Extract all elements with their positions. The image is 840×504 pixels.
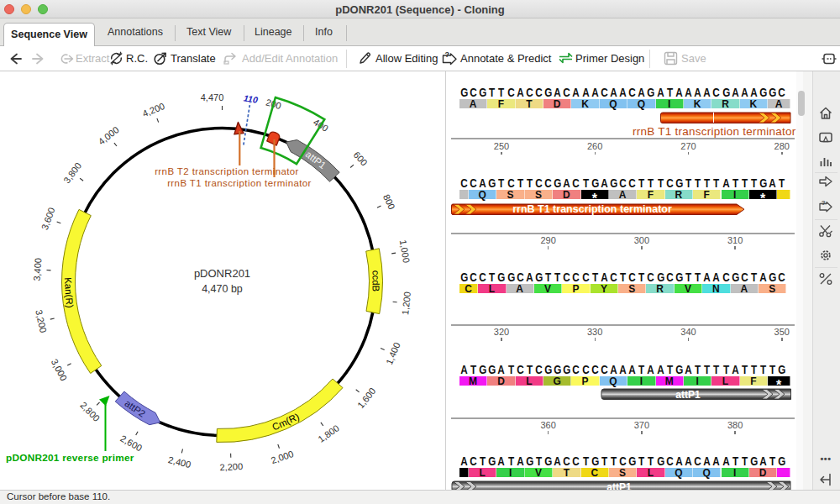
svg-text:3,000: 3,000 [50,357,70,382]
svg-text:1,600: 1,600 [355,386,378,410]
svg-text:3,600: 3,600 [39,206,57,231]
svg-text:1,000: 1,000 [398,239,412,264]
svg-text:3,800: 3,800 [61,160,83,185]
svg-text:?: ? [822,199,826,207]
svg-text:Kan(R): Kan(R) [63,277,76,308]
svg-text:1,400: 1,400 [384,341,402,366]
svg-text:pDONR201 reverse primer: pDONR201 reverse primer [6,452,134,464]
svg-text:2,600: 2,600 [118,433,144,454]
svg-text:3,200: 3,200 [34,309,49,333]
svg-text:3,400: 3,400 [32,258,44,281]
svg-text:?: ? [444,50,449,59]
svg-text:ccdB: ccdB [370,270,381,292]
svg-text:4,470 bp: 4,470 bp [202,283,243,295]
svg-text:2,400: 2,400 [167,454,192,470]
svg-text:4,470: 4,470 [201,92,224,102]
svg-text:2,200: 2,200 [219,461,243,472]
svg-text:pDONR201: pDONR201 [194,267,250,280]
svg-text:4,200: 4,200 [141,101,166,118]
svg-text:110: 110 [243,92,259,104]
svg-text:1,800: 1,800 [316,423,340,444]
svg-text:2,000: 2,000 [270,449,295,465]
svg-text:rrnB T1 transcription terminat: rrnB T1 transcription terminator [167,178,312,188]
svg-text:600: 600 [352,150,370,168]
svg-text:attP1: attP1 [606,480,632,490]
svg-text:rrnB T2 transcription terminat: rrnB T2 transcription terminator [155,166,299,176]
svg-text:1,200: 1,200 [400,291,412,316]
svg-text:rrnB T1 transcription terminat: rrnB T1 transcription terminator [512,203,672,215]
svg-text:800: 800 [381,192,397,211]
svg-text:4,000: 4,000 [97,124,121,146]
svg-text:attP1: attP1 [675,389,701,401]
